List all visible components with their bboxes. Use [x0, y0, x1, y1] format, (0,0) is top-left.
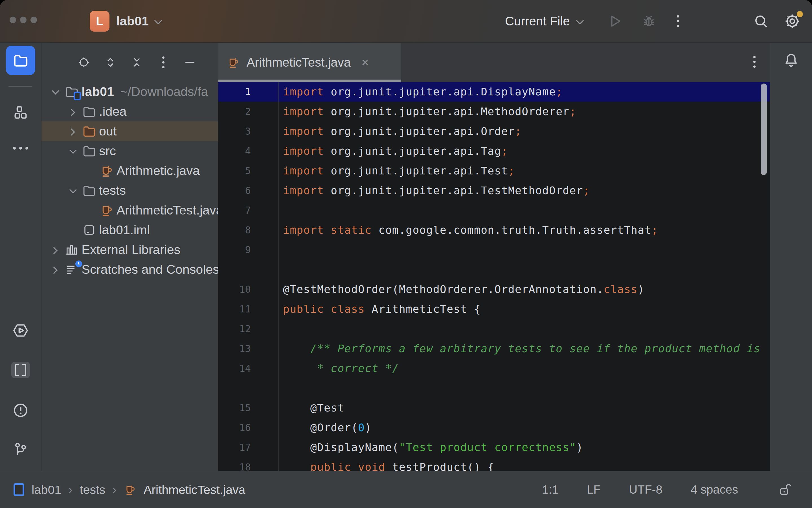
tree-item-idea[interactable]: .idea [42, 101, 218, 121]
line-number[interactable]: 14 [218, 363, 278, 374]
chevron-down-icon[interactable] [64, 188, 80, 193]
line-number[interactable]: 7 [218, 205, 278, 216]
line-number[interactable]: 4 [218, 145, 278, 157]
line-number[interactable]: 3 [218, 126, 278, 137]
code-line-7[interactable]: 7 [218, 200, 770, 220]
line-number[interactable]: 9 [218, 244, 278, 255]
structure-tool-window-button[interactable] [0, 104, 41, 121]
line-number[interactable]: 17 [218, 442, 278, 453]
tree-item-external-libraries[interactable]: External Libraries [42, 240, 218, 260]
vertical-scrollbar[interactable] [761, 84, 767, 175]
settings-icon[interactable] [784, 13, 801, 30]
search-icon[interactable] [753, 13, 769, 29]
line-number[interactable]: 16 [218, 422, 278, 433]
chevron-down-icon[interactable] [64, 149, 80, 154]
code-text[interactable]: import org.junit.jupiter.api.Test; [278, 161, 770, 181]
locate-icon[interactable] [78, 56, 90, 69]
line-number[interactable]: 1 [218, 86, 278, 97]
collapse-all-icon[interactable] [131, 56, 143, 69]
code-line-18[interactable]: 18 public void testProduct() { [218, 457, 770, 471]
line-number[interactable]: 11 [218, 303, 278, 315]
code-line-16[interactable]: 16 @Order(0) [218, 418, 770, 437]
status-item-lf[interactable]: LF [587, 483, 601, 497]
code-text[interactable]: @Order(0) [278, 418, 770, 437]
tree-item-arithmetictest-java[interactable]: ArithmeticTest.java [42, 200, 218, 220]
code-line-15[interactable]: 15 @Test [218, 398, 770, 418]
code-line-8[interactable]: 8import static com.google.common.truth.T… [218, 220, 770, 240]
tab-arithmetictest-java[interactable]: ArithmeticTest.java × [218, 43, 401, 82]
code-line-1[interactable]: 1import org.junit.jupiter.api.DisplayNam… [218, 82, 770, 101]
code-line-9[interactable]: 9 [218, 240, 770, 260]
line-number[interactable]: 13 [218, 343, 278, 354]
code-text[interactable]: @Test [278, 398, 770, 418]
project-widget[interactable]: L lab01 [90, 0, 161, 42]
line-number[interactable]: 12 [218, 323, 278, 334]
line-number[interactable]: 15 [218, 402, 278, 414]
services-icon[interactable] [0, 322, 41, 339]
project-tool-window-button[interactable] [0, 46, 41, 75]
code-line-12[interactable]: 12 [218, 319, 770, 339]
run-icon[interactable] [607, 13, 623, 29]
window-zoom-button[interactable] [31, 17, 37, 23]
line-number[interactable]: 8 [218, 224, 278, 236]
expand-all-icon[interactable] [104, 56, 117, 69]
more-tool-windows-icon[interactable] [0, 147, 41, 150]
code-text[interactable]: import static com.google.common.truth.Tr… [278, 220, 770, 240]
code-text[interactable]: import org.junit.jupiter.api.TestMethodO… [278, 181, 770, 200]
tree-item-lab01-iml[interactable]: lab01.iml [42, 220, 218, 240]
code-line-10[interactable]: 10@TestMethodOrder(MethodOrderer.OrderAn… [218, 280, 770, 299]
code-text[interactable]: @DisplayName("Test product correctness") [278, 437, 770, 457]
debug-icon[interactable] [641, 13, 657, 29]
code-line-5[interactable]: 5import org.junit.jupiter.api.Test; [218, 161, 770, 181]
tree-item-lab01[interactable]: lab01~/Downloads/fa [42, 82, 218, 101]
code-line-4[interactable]: 4import org.junit.jupiter.api.Tag; [218, 141, 770, 161]
breadcrumb-item-arithmetictest-java[interactable]: ArithmeticTest.java [144, 483, 245, 497]
code-text[interactable]: import org.junit.jupiter.api.Order; [278, 121, 770, 141]
code-line-14[interactable]: 14 * correct */ [218, 358, 770, 378]
code-line-13[interactable]: 13 /** Performs a few arbitrary tests to… [218, 339, 770, 358]
code-line-17[interactable]: 17 @DisplayName("Test product correctnes… [218, 437, 770, 457]
chevron-down-icon[interactable] [47, 89, 63, 94]
more-icon[interactable] [677, 15, 679, 27]
window-close-button[interactable] [10, 17, 16, 23]
chevron-right-icon[interactable] [64, 109, 80, 114]
git-branch-icon[interactable] [0, 441, 41, 458]
problems-icon[interactable] [0, 402, 41, 419]
line-number[interactable]: 10 [218, 284, 278, 295]
code-line-3[interactable]: 3import org.junit.jupiter.api.Order; [218, 121, 770, 141]
tree-item-tests[interactable]: tests [42, 181, 218, 200]
code-area[interactable]: 1import org.junit.jupiter.api.DisplayNam… [218, 82, 770, 471]
code-text[interactable]: public void testProduct() { [278, 457, 770, 471]
close-icon[interactable]: × [361, 55, 369, 70]
tree-item-arithmetic-java[interactable]: Arithmetic.java [42, 161, 218, 181]
chevron-right-icon[interactable] [47, 247, 63, 252]
more-icon[interactable] [157, 56, 170, 69]
breadcrumb-item-tests[interactable]: tests [80, 483, 105, 497]
line-number[interactable]: 6 [218, 185, 278, 196]
tree-item-src[interactable]: src [42, 141, 218, 161]
code-text[interactable]: @TestMethodOrder(MethodOrderer.OrderAnno… [278, 280, 770, 299]
code-text[interactable] [278, 240, 770, 260]
code-line-6[interactable]: 6import org.junit.jupiter.api.TestMethod… [218, 181, 770, 200]
code-text[interactable] [278, 319, 770, 339]
code-text[interactable]: /** Performs a few arbitrary tests to se… [278, 339, 770, 358]
tree-item-scratches-and-consoles[interactable]: Scratches and Consoles [42, 260, 218, 280]
unlock-icon[interactable] [777, 482, 792, 497]
status-item-1-1[interactable]: 1:1 [542, 483, 558, 497]
window-minimize-button[interactable] [20, 17, 27, 23]
line-number[interactable]: 2 [218, 106, 278, 117]
code-text[interactable]: * correct */ [278, 358, 770, 378]
breadcrumb-item-lab01[interactable]: lab01 [32, 483, 61, 497]
line-number[interactable]: 5 [218, 165, 278, 176]
bell-icon[interactable] [770, 52, 812, 68]
chevron-right-icon[interactable] [47, 267, 63, 272]
run-config-selector[interactable]: Current File [505, 14, 570, 28]
code-line-11[interactable]: 11public class ArithmeticTest { [218, 299, 770, 319]
code-text[interactable]: import org.junit.jupiter.api.Tag; [278, 141, 770, 161]
code-text[interactable]: import org.junit.jupiter.api.MethodOrder… [278, 101, 770, 121]
chevron-right-icon[interactable] [64, 129, 80, 134]
line-number[interactable]: 18 [218, 461, 278, 471]
more-icon[interactable] [753, 56, 756, 68]
code-text[interactable]: import org.junit.jupiter.api.DisplayName… [278, 82, 770, 101]
code-text[interactable]: public class ArithmeticTest { [278, 299, 770, 319]
